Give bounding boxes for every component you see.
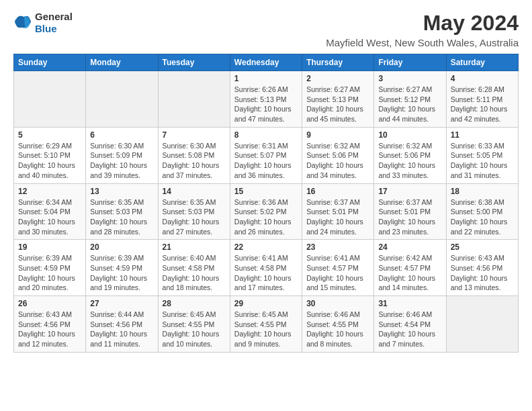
day-info: Sunrise: 6:41 AM Sunset: 4:57 PM Dayligh… bbox=[306, 253, 369, 293]
day-info: Sunrise: 6:39 AM Sunset: 4:59 PM Dayligh… bbox=[18, 253, 81, 293]
day-number: 23 bbox=[306, 242, 369, 252]
calendar-week-row: 26Sunrise: 6:43 AM Sunset: 4:56 PM Dayli… bbox=[14, 296, 519, 353]
calendar-cell: 29Sunrise: 6:45 AM Sunset: 4:55 PM Dayli… bbox=[230, 296, 302, 353]
calendar-cell bbox=[158, 71, 230, 128]
day-number: 20 bbox=[90, 242, 153, 252]
day-number: 6 bbox=[90, 130, 153, 140]
day-info: Sunrise: 6:45 AM Sunset: 4:55 PM Dayligh… bbox=[163, 310, 226, 349]
calendar-cell: 2Sunrise: 6:27 AM Sunset: 5:13 PM Daylig… bbox=[302, 71, 374, 128]
day-info: Sunrise: 6:31 AM Sunset: 5:07 PM Dayligh… bbox=[234, 141, 298, 181]
day-of-week-header: Friday bbox=[374, 54, 446, 71]
calendar-cell: 4Sunrise: 6:28 AM Sunset: 5:11 PM Daylig… bbox=[446, 71, 518, 128]
calendar-cell: 26Sunrise: 6:43 AM Sunset: 4:56 PM Dayli… bbox=[14, 296, 86, 353]
day-of-week-header: Sunday bbox=[14, 54, 86, 71]
calendar-cell: 17Sunrise: 6:37 AM Sunset: 5:01 PM Dayli… bbox=[374, 183, 446, 240]
day-of-week-header: Wednesday bbox=[230, 54, 302, 71]
calendar-cell: 30Sunrise: 6:46 AM Sunset: 4:55 PM Dayli… bbox=[302, 296, 374, 353]
calendar-cell: 23Sunrise: 6:41 AM Sunset: 4:57 PM Dayli… bbox=[302, 240, 374, 296]
calendar-week-row: 5Sunrise: 6:29 AM Sunset: 5:10 PM Daylig… bbox=[14, 127, 519, 183]
day-info: Sunrise: 6:27 AM Sunset: 5:12 PM Dayligh… bbox=[378, 85, 441, 124]
day-info: Sunrise: 6:43 AM Sunset: 4:56 PM Dayligh… bbox=[451, 253, 514, 293]
day-info: Sunrise: 6:36 AM Sunset: 5:02 PM Dayligh… bbox=[234, 197, 298, 237]
calendar-cell: 31Sunrise: 6:46 AM Sunset: 4:54 PM Dayli… bbox=[374, 296, 446, 353]
day-info: Sunrise: 6:40 AM Sunset: 4:58 PM Dayligh… bbox=[163, 253, 226, 293]
calendar-cell: 20Sunrise: 6:39 AM Sunset: 4:59 PM Dayli… bbox=[86, 240, 158, 296]
day-number: 7 bbox=[163, 130, 226, 140]
day-info: Sunrise: 6:46 AM Sunset: 4:54 PM Dayligh… bbox=[378, 310, 441, 349]
day-number: 8 bbox=[234, 130, 298, 140]
day-info: Sunrise: 6:30 AM Sunset: 5:09 PM Dayligh… bbox=[90, 141, 153, 181]
day-number: 14 bbox=[163, 187, 226, 196]
day-number: 10 bbox=[378, 130, 441, 140]
calendar-cell bbox=[14, 71, 86, 128]
day-info: Sunrise: 6:27 AM Sunset: 5:13 PM Dayligh… bbox=[306, 85, 369, 124]
day-number: 4 bbox=[451, 74, 514, 83]
day-of-week-header: Saturday bbox=[446, 54, 518, 71]
calendar-cell: 9Sunrise: 6:32 AM Sunset: 5:06 PM Daylig… bbox=[302, 127, 374, 183]
day-info: Sunrise: 6:30 AM Sunset: 5:08 PM Dayligh… bbox=[163, 141, 226, 181]
day-info: Sunrise: 6:28 AM Sunset: 5:11 PM Dayligh… bbox=[451, 85, 514, 124]
calendar-cell: 12Sunrise: 6:34 AM Sunset: 5:04 PM Dayli… bbox=[14, 183, 86, 240]
day-of-week-header: Tuesday bbox=[158, 54, 230, 71]
day-number: 5 bbox=[18, 130, 81, 140]
calendar-cell: 5Sunrise: 6:29 AM Sunset: 5:10 PM Daylig… bbox=[14, 127, 86, 183]
calendar-cell: 3Sunrise: 6:27 AM Sunset: 5:12 PM Daylig… bbox=[374, 71, 446, 128]
calendar-cell bbox=[86, 71, 158, 128]
calendar-body: 1Sunrise: 6:26 AM Sunset: 5:13 PM Daylig… bbox=[14, 71, 519, 353]
day-info: Sunrise: 6:43 AM Sunset: 4:56 PM Dayligh… bbox=[18, 310, 81, 349]
day-number: 9 bbox=[306, 130, 369, 140]
calendar-cell: 25Sunrise: 6:43 AM Sunset: 4:56 PM Dayli… bbox=[446, 240, 518, 296]
calendar-cell: 6Sunrise: 6:30 AM Sunset: 5:09 PM Daylig… bbox=[86, 127, 158, 183]
day-number: 18 bbox=[451, 187, 514, 196]
day-number: 31 bbox=[378, 299, 441, 308]
day-number: 3 bbox=[378, 74, 441, 83]
day-number: 29 bbox=[234, 299, 298, 308]
day-number: 24 bbox=[378, 242, 441, 252]
day-number: 27 bbox=[90, 299, 153, 308]
calendar-cell: 27Sunrise: 6:44 AM Sunset: 4:56 PM Dayli… bbox=[86, 296, 158, 353]
day-info: Sunrise: 6:32 AM Sunset: 5:06 PM Dayligh… bbox=[306, 141, 369, 181]
calendar-cell bbox=[446, 296, 518, 353]
calendar-cell: 1Sunrise: 6:26 AM Sunset: 5:13 PM Daylig… bbox=[230, 71, 302, 128]
day-of-week-header: Monday bbox=[86, 54, 158, 71]
day-number: 2 bbox=[306, 74, 369, 83]
calendar-cell: 10Sunrise: 6:32 AM Sunset: 5:06 PM Dayli… bbox=[374, 127, 446, 183]
day-number: 16 bbox=[306, 187, 369, 196]
day-number: 21 bbox=[163, 242, 226, 252]
calendar-week-row: 19Sunrise: 6:39 AM Sunset: 4:59 PM Dayli… bbox=[14, 240, 519, 296]
day-number: 19 bbox=[18, 242, 81, 252]
day-info: Sunrise: 6:44 AM Sunset: 4:56 PM Dayligh… bbox=[90, 310, 153, 349]
main-title: May 2024 bbox=[326, 11, 519, 36]
day-info: Sunrise: 6:39 AM Sunset: 4:59 PM Dayligh… bbox=[90, 253, 153, 293]
calendar-cell: 21Sunrise: 6:40 AM Sunset: 4:58 PM Dayli… bbox=[158, 240, 230, 296]
calendar-table: SundayMondayTuesdayWednesdayThursdayFrid… bbox=[13, 54, 519, 353]
calendar-cell: 15Sunrise: 6:36 AM Sunset: 5:02 PM Dayli… bbox=[230, 183, 302, 240]
calendar-cell: 11Sunrise: 6:33 AM Sunset: 5:05 PM Dayli… bbox=[446, 127, 518, 183]
logo-text: General Blue bbox=[35, 11, 73, 35]
header: General Blue May 2024 Mayfield West, New… bbox=[13, 11, 519, 48]
day-number: 22 bbox=[234, 242, 298, 252]
day-number: 12 bbox=[18, 187, 81, 196]
calendar-cell: 22Sunrise: 6:41 AM Sunset: 4:58 PM Dayli… bbox=[230, 240, 302, 296]
day-of-week-header: Thursday bbox=[302, 54, 374, 71]
day-number: 15 bbox=[234, 187, 298, 196]
day-info: Sunrise: 6:46 AM Sunset: 4:55 PM Dayligh… bbox=[306, 310, 369, 349]
title-block: May 2024 Mayfield West, New South Wales,… bbox=[326, 11, 519, 48]
calendar-cell: 18Sunrise: 6:38 AM Sunset: 5:00 PM Dayli… bbox=[446, 183, 518, 240]
calendar-week-row: 1Sunrise: 6:26 AM Sunset: 5:13 PM Daylig… bbox=[14, 71, 519, 128]
day-number: 13 bbox=[90, 187, 153, 196]
day-number: 1 bbox=[234, 74, 298, 83]
calendar-cell: 14Sunrise: 6:35 AM Sunset: 5:03 PM Dayli… bbox=[158, 183, 230, 240]
calendar-header: SundayMondayTuesdayWednesdayThursdayFrid… bbox=[14, 54, 519, 71]
day-info: Sunrise: 6:42 AM Sunset: 4:57 PM Dayligh… bbox=[378, 253, 441, 293]
day-number: 25 bbox=[451, 242, 514, 252]
day-info: Sunrise: 6:29 AM Sunset: 5:10 PM Dayligh… bbox=[18, 141, 81, 181]
day-info: Sunrise: 6:33 AM Sunset: 5:05 PM Dayligh… bbox=[451, 141, 514, 181]
calendar-cell: 7Sunrise: 6:30 AM Sunset: 5:08 PM Daylig… bbox=[158, 127, 230, 183]
calendar-cell: 16Sunrise: 6:37 AM Sunset: 5:01 PM Dayli… bbox=[302, 183, 374, 240]
calendar-cell: 13Sunrise: 6:35 AM Sunset: 5:03 PM Dayli… bbox=[86, 183, 158, 240]
day-number: 26 bbox=[18, 299, 81, 308]
day-info: Sunrise: 6:37 AM Sunset: 5:01 PM Dayligh… bbox=[378, 197, 441, 237]
day-info: Sunrise: 6:35 AM Sunset: 5:03 PM Dayligh… bbox=[163, 197, 226, 237]
day-info: Sunrise: 6:26 AM Sunset: 5:13 PM Dayligh… bbox=[234, 85, 298, 124]
